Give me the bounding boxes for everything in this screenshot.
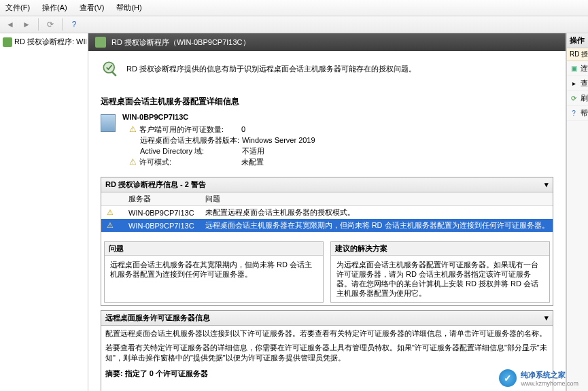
svg-rect-1 [111, 71, 117, 77]
actions-subtitle: RD 授权 [567, 48, 588, 61]
actions-title: 操作 [567, 33, 588, 48]
license-mode-value: 未配置 [241, 156, 264, 167]
license-mode-label: 许可模式: [139, 156, 241, 167]
license-server-panel: 远程桌面服务许可证服务器信息 ▾ 配置远程桌面会话主机服务器以连接到以下许可证服… [101, 310, 553, 391]
menu-help[interactable]: 帮助(H) [114, 1, 144, 14]
tree-item-rd-diag[interactable]: RD 授权诊断程序: WIN-0BP9C [1, 36, 86, 48]
content-pane: RD 授权诊断程序（WIN-0BP9CP7I13C） RD 授权诊断程序提供的信… [88, 33, 566, 391]
problem-box: 问题 远程桌面会话主机服务器在其宽限期内，但尚未将 RD 会话主机服务器配置为连… [104, 241, 324, 303]
messages-panel: RD 授权诊断程序信息 - 2 警告 ▾ 服务器 问题 ⚠ WIN-0BP9CP… [101, 177, 553, 306]
license-desc-2: 若要查看有关特定许可证服务器的详细信息，你需要在许可证服务器上具有管理员特权。如… [101, 340, 553, 364]
message-row-selected[interactable]: ⚠ WIN-0BP9CP7I13C 远程桌面会话主机服务器在其宽限期内，但尚未将… [101, 219, 553, 232]
server-version-value: Windows Server 2019 [242, 135, 315, 146]
watermark: ✓ 纯净系统之家 www.kzmyhome.com [499, 369, 578, 387]
warning-icon: ⚠ [129, 124, 137, 135]
messages-heading: RD 授权诊断程序信息 - 2 警告 [105, 180, 206, 190]
license-count-value: 0 [241, 124, 245, 135]
solution-box: 建议的解决方案 为远程桌面会话主机服务器配置许可证服务器。如果现有一台许可证服务… [330, 241, 550, 303]
message-row[interactable]: ⚠ WIN-0BP9CP7I13C 未配置远程桌面会话主机服务器的授权模式。 [101, 206, 553, 220]
license-desc-1: 配置远程桌面会话主机服务器以连接到以下许可证服务器。若要查看有关特定许可证服务器… [101, 326, 553, 340]
problem-heading: 问题 [105, 242, 323, 256]
summary-label: 摘要: [105, 369, 125, 377]
watermark-logo-icon: ✓ [499, 369, 517, 387]
actions-pane: 操作 RD 授权 ▣连接 ▸查询 ⟳刷新 ?帮助 [566, 33, 588, 391]
solution-heading: 建议的解决方案 [331, 242, 549, 256]
license-heading: 远程桌面服务许可证服务器信息 [105, 313, 210, 323]
tree-item-label: RD 授权诊断程序: WIN-0BP9C [14, 37, 86, 47]
ad-domain-label: Active Directory 域: [140, 146, 242, 156]
action-connect[interactable]: ▣连接 [567, 61, 588, 76]
help-button[interactable]: ? [68, 18, 80, 31]
menu-action[interactable]: 操作(A) [39, 1, 70, 14]
collapse-icon[interactable]: ▾ [544, 313, 549, 322]
diagnostic-icon [101, 59, 120, 78]
license-summary: 摘要: 指定了 0 个许可证服务器 [101, 364, 553, 381]
details-heading: 远程桌面会话主机服务器配置详细信息 [101, 92, 553, 110]
content-title: RD 授权诊断程序（WIN-0BP9CP7I13C） [111, 37, 250, 48]
refresh-button[interactable]: ⟳ [44, 18, 56, 31]
messages-list[interactable]: 服务器 问题 ⚠ WIN-0BP9CP7I13C 未配置远程桌面会话主机服务器的… [101, 192, 553, 237]
warning-icon: ⚠ [107, 208, 115, 217]
warning-icon: ⚠ [107, 221, 115, 230]
banner-text: RD 授权诊断程序提供的信息有助于识别远程桌面会话主机服务器可能存在的授权问题。 [126, 64, 416, 74]
collapse-icon[interactable]: ▾ [544, 180, 549, 189]
action-refresh[interactable]: ⟳刷新 [567, 91, 588, 106]
msg-issue: 未配置远程桌面会话主机服务器的授权模式。 [200, 206, 553, 220]
col-server[interactable]: 服务器 [123, 192, 200, 206]
msg-server: WIN-0BP9CP7I13C [123, 219, 200, 232]
summary-text: 指定了 0 个许可证服务器 [125, 369, 208, 377]
info-banner: RD 授权诊断程序提供的信息有助于识别远程桌面会话主机服务器可能存在的授权问题。 [88, 51, 566, 86]
watermark-name: 纯净系统之家 [521, 371, 566, 379]
problem-text: 远程桌面会话主机服务器在其宽限期内，但尚未将 RD 会话主机服务器配置为连接到任… [105, 256, 323, 288]
nav-tree: RD 授权诊断程序: WIN-0BP9C [0, 33, 88, 391]
help-icon: ? [570, 109, 578, 118]
col-issue[interactable]: 问题 [200, 192, 553, 206]
content-title-bar: RD 授权诊断程序（WIN-0BP9CP7I13C） [88, 33, 566, 51]
menu-file[interactable]: 文件(F) [3, 1, 33, 14]
menu-view[interactable]: 查看(V) [77, 1, 107, 14]
view-icon: ▸ [570, 80, 578, 88]
license-count-label: 客户端可用的许可证数量: [139, 124, 241, 135]
connect-icon: ▣ [570, 65, 578, 73]
msg-issue: 远程桌面会话主机服务器在其宽限期内，但尚未将 RD 会话主机服务器配置为连接到任… [200, 219, 553, 232]
msg-server: WIN-0BP9CP7I13C [123, 206, 200, 220]
action-view[interactable]: ▸查询 [567, 76, 588, 91]
server-version-label: 远程桌面会话主机服务器版本: [140, 135, 242, 146]
solution-text: 为远程桌面会话主机服务器配置许可证服务器。如果现有一台许可证服务器，请为 RD … [331, 256, 549, 302]
license-empty-message: 未将远程桌面会话主机服务器配置为连接到任何许可证服务器。 [104, 384, 550, 391]
forward-button[interactable]: ► [20, 18, 33, 31]
action-help[interactable]: ?帮助 [567, 106, 588, 121]
toolbar: ◄ ► ⟳ ? [0, 16, 588, 33]
back-button[interactable]: ◄ [4, 18, 16, 31]
server-icon [101, 114, 116, 132]
ad-domain-value: 不适用 [242, 146, 264, 156]
warning-icon: ⚠ [129, 156, 137, 167]
refresh-icon: ⟳ [570, 95, 578, 103]
diag-icon [3, 37, 12, 47]
menu-bar: 文件(F) 操作(A) 查看(V) 帮助(H) [0, 0, 588, 16]
title-icon [95, 37, 106, 48]
server-name: WIN-0BP9CP7I13C [122, 113, 315, 124]
watermark-url: www.kzmyhome.com [521, 380, 578, 387]
